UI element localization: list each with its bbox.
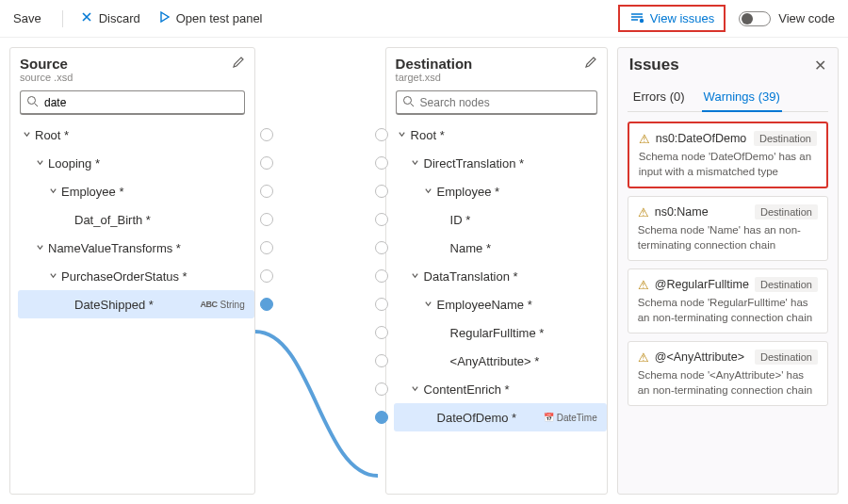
chevron-down-icon[interactable] (48, 187, 57, 197)
chevron-down-icon[interactable] (398, 130, 407, 140)
warning-card[interactable]: ⚠ns0:NameDestinationSchema node 'Name' h… (628, 196, 828, 261)
destination-node[interactable]: Employee * (394, 177, 607, 205)
destination-node[interactable]: ID * (394, 205, 607, 234)
destination-node[interactable]: <AnyAttribute> * (394, 347, 607, 375)
source-node[interactable]: Dat_of_Birth * (18, 205, 254, 234)
warning-message: Schema node 'RegularFulltime' has an non… (638, 296, 818, 325)
connection-port[interactable] (375, 185, 388, 198)
issues-title: Issues (629, 56, 679, 74)
node-label: ID * (450, 213, 597, 227)
connection-port[interactable] (375, 269, 388, 283)
toggle-switch[interactable] (739, 11, 771, 26)
connection-port[interactable] (375, 411, 388, 424)
warning-badge: Destination (755, 277, 818, 292)
destination-node[interactable]: Name * (394, 234, 607, 262)
connection-line (255, 332, 378, 476)
node-label: RegularFulltime * (450, 326, 597, 340)
connection-port[interactable] (375, 298, 388, 311)
chevron-down-icon[interactable] (411, 271, 420, 282)
warnings-list: ⚠ns0:DateOfDemoDestinationSchema node 'D… (628, 122, 828, 406)
svg-point-1 (28, 96, 36, 104)
destination-node[interactable]: DateOfDemo *📅 DateTime (394, 403, 607, 431)
source-search-input[interactable] (44, 96, 238, 109)
chevron-down-icon[interactable] (411, 158, 420, 169)
connection-port[interactable] (375, 382, 388, 396)
source-node[interactable]: NameValueTransforms * (18, 234, 254, 262)
destination-search[interactable] (396, 90, 597, 115)
chevron-down-icon[interactable] (35, 158, 44, 169)
warning-badge: Destination (755, 350, 818, 365)
connection-port[interactable] (375, 156, 388, 170)
destination-search-input[interactable] (420, 96, 591, 109)
x-icon (80, 10, 93, 26)
warning-badge: Destination (755, 204, 818, 219)
node-label: Root * (411, 128, 597, 142)
node-label: <AnyAttribute> * (450, 354, 597, 368)
open-test-panel-button[interactable]: Open test panel (157, 10, 263, 26)
warning-message: Schema node 'Name' has an non-terminatin… (638, 223, 818, 252)
node-label: DateOfDemo * (437, 411, 545, 425)
node-label: Dat_of_Birth * (74, 213, 245, 227)
warning-card[interactable]: ⚠@RegularFulltimeDestinationSchema node … (628, 268, 828, 333)
svg-point-2 (403, 96, 411, 104)
close-icon[interactable]: ✕ (814, 57, 826, 74)
destination-node[interactable]: ContentEnrich * (394, 375, 607, 403)
source-node[interactable]: PurchaseOrderStatus * (18, 262, 254, 290)
tab-warnings[interactable]: Warnings (39) (702, 86, 782, 111)
chevron-down-icon[interactable] (35, 243, 44, 253)
chevron-down-icon[interactable] (424, 300, 433, 310)
mapping-canvas (255, 47, 376, 504)
destination-tree: Root *DirectTranslation *Employee *ID *N… (386, 121, 607, 439)
view-code-label: View code (778, 11, 835, 25)
discard-button[interactable]: Discard (80, 10, 140, 26)
chevron-down-icon[interactable] (411, 384, 420, 395)
connection-port[interactable] (375, 326, 388, 339)
toolbar: Save Discard Open test panel View issues… (0, 0, 848, 38)
node-label: Name * (450, 241, 597, 255)
chevron-down-icon[interactable] (424, 187, 433, 197)
type-badge: ABC String (201, 300, 245, 310)
issues-icon (629, 10, 644, 26)
warning-icon: ⚠ (639, 132, 650, 146)
destination-node[interactable]: DataTranslation * (394, 262, 607, 290)
warning-card[interactable]: ⚠@<AnyAttribute>DestinationSchema node '… (628, 341, 828, 406)
source-title: Source (20, 56, 73, 72)
issues-panel: Issues ✕ Errors (0) Warnings (39) ⚠ns0:D… (617, 47, 839, 495)
view-code-toggle[interactable]: View code (739, 11, 835, 26)
node-label: ContentEnrich * (424, 382, 597, 397)
warning-name: ns0:Name (655, 205, 709, 219)
edit-source-icon[interactable] (232, 56, 245, 72)
connection-port[interactable] (375, 128, 388, 141)
warning-name: @RegularFulltime (655, 278, 749, 291)
source-node[interactable]: Employee * (18, 177, 254, 205)
destination-node[interactable]: Root * (394, 121, 607, 149)
warning-message: Schema node 'DateOfDemo' has an input wi… (639, 150, 817, 179)
source-panel: Source source .xsd Root *Looping *Employ… (9, 47, 255, 495)
chevron-down-icon[interactable] (22, 130, 31, 140)
destination-node[interactable]: RegularFulltime * (394, 318, 607, 347)
connection-port[interactable] (375, 213, 388, 226)
destination-node[interactable]: EmployeeName * (394, 290, 607, 318)
warning-card[interactable]: ⚠ns0:DateOfDemoDestinationSchema node 'D… (628, 122, 828, 188)
node-label: DateShipped * (74, 298, 201, 312)
edit-destination-icon[interactable] (584, 56, 597, 72)
node-label: DirectTranslation * (424, 156, 597, 171)
play-icon (157, 10, 171, 26)
svg-point-0 (640, 19, 644, 23)
source-search[interactable] (20, 90, 245, 115)
warning-badge: Destination (754, 131, 817, 146)
view-issues-button[interactable]: View issues (618, 5, 726, 32)
warning-icon: ⚠ (638, 350, 649, 365)
save-button[interactable]: Save (13, 11, 41, 25)
connection-port[interactable] (375, 354, 388, 367)
source-tree: Root *Looping *Employee *Dat_of_Birth *N… (10, 121, 254, 326)
connection-port[interactable] (375, 241, 388, 254)
type-badge: 📅 DateTime (544, 413, 596, 423)
tab-errors[interactable]: Errors (0) (631, 86, 687, 111)
source-node[interactable]: Looping * (18, 149, 254, 177)
chevron-down-icon[interactable] (48, 271, 57, 282)
source-node[interactable]: Root * (18, 121, 254, 149)
source-node[interactable]: DateShipped *ABC String (18, 290, 254, 318)
warning-name: @<AnyAttribute> (655, 350, 744, 364)
destination-node[interactable]: DirectTranslation * (394, 149, 607, 177)
